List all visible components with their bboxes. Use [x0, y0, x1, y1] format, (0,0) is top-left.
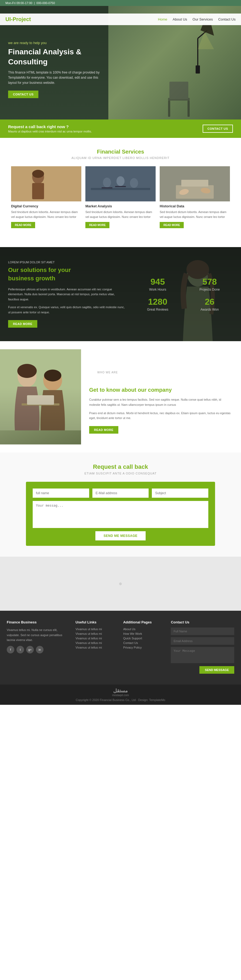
footer-logo-sub: mostaqel.com — [112, 694, 129, 697]
footer-logo: مستقل mostaqel.com — [3, 688, 238, 697]
solutions-para1: Pellentesque ultrices at turpis in vesti… — [8, 287, 126, 302]
svg-rect-8 — [187, 100, 190, 117]
solutions-title: Our solutions for your business growth — [8, 266, 126, 283]
solutions-para2: Fusce et venenatis ex. Quisque varius, v… — [8, 305, 126, 315]
services-subtitle: ALIQUAM ID URNA IMPERDIET LIBERO MOLLIS … — [5, 156, 236, 159]
form-message-textarea[interactable] — [33, 501, 208, 528]
hero-description: This finance HTML template is 100% free … — [8, 70, 100, 86]
footer-page-privacy[interactable]: Privacy Policy — [123, 646, 165, 649]
callback-form-title: Request a call back — [8, 463, 233, 470]
social-linkedin[interactable]: in — [36, 646, 43, 654]
service-readmore-2[interactable]: READ MORE — [86, 222, 109, 228]
nav-home[interactable]: Home — [158, 17, 167, 21]
footer-link-4[interactable]: Vivamus ut tellus mi — [76, 641, 118, 644]
hero-title: Financial Analysis & Consulting — [8, 47, 100, 67]
footer-bottom: مستقل mostaqel.com Copyright © 2020 Fina… — [0, 684, 241, 705]
footer-contact-form: SEND MESSAGE — [171, 627, 234, 674]
nav-services[interactable]: Our Services — [193, 17, 213, 21]
stat-number-2: 578 — [186, 277, 233, 287]
footer-col-2: Useful Links Vivamus ut tellus mi Vivamu… — [76, 620, 118, 674]
footer-page-about[interactable]: About Us — [123, 627, 165, 631]
top-bar-text: Mon-Fri 09:00-17:00 | 000-000-0750 — [5, 2, 55, 5]
solutions-section: LOREM IPSUM DOLOR SIT AMET Our solutions… — [0, 247, 241, 341]
footer-col1-title: Finance Business — [7, 620, 70, 624]
stat-number-1: 945 — [134, 277, 181, 287]
callback-cta-button[interactable]: CONTACT US — [203, 125, 233, 133]
svg-rect-11 — [32, 183, 44, 199]
service-desc-1: Sed tincidunt dictum lobortis. Aenean te… — [11, 210, 81, 219]
callback-subtitle: Mauris ut dapibus velit cras interdum ni… — [8, 130, 92, 133]
social-twitter[interactable]: t — [16, 646, 24, 654]
footer-logo-arabic: مستقل — [112, 688, 129, 694]
form-send-button[interactable]: SEND ME MESSAGE — [95, 531, 146, 541]
footer-social: f t g+ in — [7, 646, 70, 654]
footer-link-1[interactable]: Vivamus ut tellus mi — [76, 627, 118, 631]
callback-banner-text: Request a call back right now ? Mauris u… — [8, 124, 92, 133]
svg-point-12 — [32, 170, 44, 178]
brand-logo[interactable]: UI-Project — [5, 16, 31, 22]
footer-copyright: Copyright © 2020 Financial Business Co.,… — [3, 698, 238, 702]
hero-content: we are ready to help you Financial Analy… — [0, 19, 108, 106]
about-title: Get to know about our company — [89, 387, 233, 393]
callback-title: Request a call back right now ? — [8, 124, 92, 129]
footer-page-contactus[interactable]: Contact Us — [123, 641, 165, 644]
solutions-label: LOREM IPSUM DOLOR SIT AMET — [8, 261, 126, 264]
service-img-historical — [160, 166, 230, 201]
solutions-readmore-button[interactable]: READ MORE — [8, 320, 37, 328]
footer-link-3[interactable]: Vivamus ut tellus mi — [76, 637, 118, 640]
svg-rect-33 — [27, 395, 54, 405]
about-content: WHO WE ARE Get to know about our company… — [81, 349, 241, 444]
about-readmore-button[interactable]: READ MORE — [89, 426, 118, 434]
footer-col-1: Finance Business Vivamus tellus mi. Null… — [7, 620, 70, 674]
svg-rect-22 — [181, 180, 208, 186]
service-card-1: Digital Currency Sed tincidunt dictum lo… — [11, 166, 81, 228]
hero-cta-button[interactable]: CONTACT US — [8, 91, 38, 98]
service-img-digital — [11, 166, 81, 201]
footer-grid: Finance Business Vivamus tellus mi. Null… — [7, 620, 234, 674]
stat-label-1: Work Hours — [134, 288, 181, 291]
service-card-2: Market Analysis Sed tincidunt dictum lob… — [86, 166, 155, 228]
callback-section: Request a call back ETIAM SUSCIPIT ANTE … — [0, 453, 241, 557]
service-title-3: Historical Data — [160, 204, 230, 208]
footer-col1-text: Vivamus tellus mi. Nulla ne cursus elit,… — [7, 627, 70, 643]
svg-point-17 — [130, 178, 138, 188]
stat-awards-won: 26 Awards Won — [186, 297, 233, 312]
svg-rect-27 — [0, 349, 81, 430]
footer-col2-title: Useful Links — [76, 620, 118, 624]
stat-great-reviews: 1280 Great Reviews — [134, 297, 181, 312]
footer: Finance Business Vivamus tellus mi. Null… — [0, 611, 241, 684]
service-title-1: Digital Currency — [11, 204, 81, 208]
footer-page-howwework[interactable]: How We Work — [123, 632, 165, 635]
social-facebook[interactable]: f — [7, 646, 14, 654]
stat-label-4: Awards Won — [186, 308, 233, 312]
svg-rect-14 — [91, 188, 150, 190]
footer-email-input[interactable] — [171, 637, 234, 645]
stat-projects-done: 578 Projects Done — [186, 277, 233, 291]
service-readmore-1[interactable]: READ MORE — [11, 222, 35, 228]
footer-link-2[interactable]: Vivamus ut tellus mi — [76, 632, 118, 635]
svg-point-15 — [103, 178, 111, 187]
footer-page-quicksupport[interactable]: Quick Support — [123, 637, 165, 640]
callback-form-subtitle: ETIAM SUSCIPIT ANTE A ODIO CONSEQUAT — [8, 472, 233, 475]
social-googleplus[interactable]: g+ — [26, 646, 34, 654]
nav-about[interactable]: About Us — [173, 17, 187, 21]
form-name-input[interactable] — [33, 488, 89, 498]
callback-banner: Request a call back right now ? Mauris u… — [0, 119, 241, 138]
form-email-input[interactable] — [92, 488, 149, 498]
form-subject-input[interactable] — [152, 488, 208, 498]
footer-message-textarea[interactable] — [171, 647, 234, 663]
svg-point-29 — [17, 364, 37, 378]
nav-contact[interactable]: Contact Us — [218, 17, 236, 21]
footer-send-button[interactable]: SEND MESSAGE — [200, 666, 234, 674]
services-grid: Digital Currency Sed tincidunt dictum lo… — [5, 166, 236, 228]
nav-links: Home About Us Our Services Contact Us — [158, 17, 236, 21]
footer-link-5[interactable]: Vivamus ut tellus mi — [76, 646, 118, 649]
form-row-1 — [33, 488, 208, 498]
footer-name-input[interactable] — [171, 627, 234, 635]
stat-number-4: 26 — [186, 297, 233, 307]
solutions-stats: 945 Work Hours 578 Projects Done 1280 Gr… — [134, 261, 233, 328]
about-image — [0, 349, 81, 444]
service-image-1 — [11, 166, 81, 201]
svg-rect-9 — [11, 166, 81, 201]
service-readmore-3[interactable]: READ MORE — [160, 222, 184, 228]
